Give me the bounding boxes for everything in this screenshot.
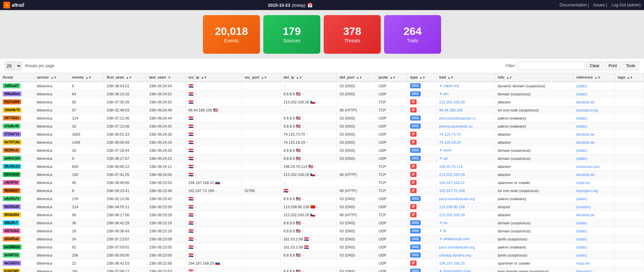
cell-reference[interactable]: blocklist.de	[573, 138, 615, 146]
dst-comment-icon[interactable]: ○	[289, 189, 292, 193]
threat-badge[interactable]: 6160748f	[3, 269, 20, 272]
cell-threat[interactable]: 5977432e	[0, 114, 34, 122]
dst-comment-icon[interactable]: ○	[314, 165, 317, 169]
cell-trail[interactable]: juice.losmibracala.org	[436, 243, 495, 251]
dst-comment-icon[interactable]: ○	[310, 245, 312, 249]
src-comment-icon[interactable]: ○	[195, 173, 197, 177]
events-card[interactable]: 20,018 Events	[203, 15, 260, 54]
dst-comment-icon[interactable]: ○	[302, 148, 304, 152]
threats-card[interactable]: 378 Threats	[324, 15, 381, 54]
threat-badge[interactable]: 5977432e	[3, 116, 21, 121]
src-comment-icon[interactable]: ○	[195, 148, 197, 152]
trails-card[interactable]: 264 Trails	[384, 15, 441, 54]
threat-badge[interactable]: 3ef40722	[3, 253, 20, 258]
dst-comment-icon[interactable]: ○	[302, 156, 304, 161]
cell-reference[interactable]: blocklist.de	[573, 98, 615, 106]
logout-link[interactable]: Log Out (admin)	[611, 3, 641, 7]
cell-reference[interactable]: blocklist.de	[573, 171, 615, 179]
cell-trail[interactable]: 213.202.100.28	[436, 98, 495, 106]
cell-trail[interactable]: 74.125.73.70	[436, 130, 495, 138]
cell-threat[interactable]: 6160748f	[0, 267, 34, 272]
src-comment-icon[interactable]: ○	[221, 261, 223, 265]
dst-comment-icon[interactable]: ○	[310, 237, 312, 241]
cell-trail[interactable]: 96.44.189.100	[436, 106, 495, 114]
cell-trail[interactable]: 113.108.80.138	[436, 203, 495, 211]
threat-badge[interactable]: ef1d6c40	[3, 124, 20, 129]
cell-reference[interactable]: (static)	[573, 251, 615, 259]
col-reference[interactable]: reference ▲▼	[573, 73, 615, 82]
cell-threat[interactable]: 0862ffc7	[0, 219, 34, 227]
threat-badge[interactable]: 9d2fb5d6	[3, 204, 21, 209]
dst-comment-icon[interactable]: ○	[283, 261, 286, 265]
col-last-seen[interactable]: last_seen ▼	[147, 73, 186, 82]
threat-badge[interactable]: 4a13d37e	[3, 261, 21, 266]
col-events[interactable]: events ▲▼	[69, 73, 104, 82]
cell-trail[interactable]: juice.losmibracala.org	[436, 195, 495, 203]
src-comment-icon[interactable]: ○	[195, 245, 197, 249]
col-trail[interactable]: trail ▲▼	[436, 73, 495, 82]
cell-reference[interactable]: (static)	[573, 227, 615, 235]
src-comment-icon[interactable]: ○	[195, 84, 197, 88]
dst-comment-icon[interactable]: ○	[302, 116, 304, 120]
cell-threat[interactable]: ab9eb1b0	[0, 154, 34, 163]
src-comment-icon[interactable]: ○	[195, 92, 197, 96]
cell-reference[interactable]: (static)	[573, 82, 615, 90]
src-comment-icon[interactable]: ○	[195, 100, 197, 104]
cell-reference[interactable]: (static)	[573, 243, 615, 251]
col-src-ip[interactable]: src_ip ▲▼	[185, 73, 242, 82]
cell-trail[interactable]: 74.125.18.29	[436, 138, 495, 146]
cell-trail[interactable]: 194.187.168.22	[436, 179, 495, 187]
issues-link[interactable]: Issues	[593, 3, 605, 7]
documentation-link[interactable]: Documentation	[559, 3, 587, 7]
threat-badge[interactable]: 0862ffc7	[3, 220, 19, 225]
threat-badge[interactable]: 43f7b3b2	[3, 228, 20, 233]
cell-threat[interactable]: 908a55bd	[0, 90, 34, 98]
dst-comment-icon[interactable]: ○	[302, 269, 304, 272]
cell-threat[interactable]: d504f5a6	[0, 235, 34, 243]
cell-reference[interactable]: (static)	[573, 195, 615, 203]
threat-badge[interactable]: 023cfdd9	[3, 172, 20, 177]
cell-trail[interactable]: peer.pickeklosarske.ru	[436, 114, 495, 122]
cell-reference[interactable]: myip.ms	[573, 259, 615, 267]
threat-badge[interactable]: 16b64b79	[3, 107, 21, 112]
cell-trail[interactable]: 213.202.100.28	[436, 171, 495, 179]
threat-badge[interactable]: a4e60a7e	[3, 196, 21, 201]
cell-threat[interactable]: eb3380cb	[0, 243, 34, 251]
threat-badge[interactable]: 85fdb08d	[3, 212, 21, 217]
dst-comment-icon[interactable]: ○	[306, 140, 308, 144]
cell-trail[interactable]: ☀.su	[436, 219, 495, 227]
src-comment-icon[interactable]: ○	[195, 213, 197, 217]
threat-badge[interactable]: ab9eb1b0	[3, 156, 21, 161]
cell-trail[interactable]: ☀.ga	[436, 154, 495, 163]
cell-threat[interactable]: 9d20fcdc	[0, 146, 34, 154]
threat-badge[interactable]: 1df01a07	[3, 83, 20, 88]
cell-reference[interactable]: (static)	[573, 122, 615, 130]
dst-comment-icon[interactable]: ○	[302, 92, 304, 96]
src-comment-icon[interactable]: ○	[195, 221, 197, 225]
src-comment-icon[interactable]: ○	[195, 116, 197, 120]
print-button[interactable]: Print	[605, 61, 621, 70]
cell-threat[interactable]: 5527c669	[0, 98, 34, 106]
cell-reference[interactable]: blocklist.de	[573, 130, 615, 138]
threat-badge[interactable]: f8b65b97	[3, 188, 20, 193]
threat-badge[interactable]: 28c56c2d	[3, 164, 21, 169]
cell-reference[interactable]: torproject.org	[573, 187, 615, 195]
dst-comment-icon[interactable]: ○	[283, 108, 286, 112]
threat-badge[interactable]: d504f5a6	[3, 236, 20, 241]
col-first-seen[interactable]: first_seen ▲▼	[104, 73, 147, 82]
cell-trail[interactable]: 213.202.100.28	[436, 211, 495, 219]
cell-threat[interactable]: 85fdb08d	[0, 211, 34, 219]
src-comment-icon[interactable]: ○	[219, 108, 221, 112]
cell-threat[interactable]: 2720d71e	[0, 130, 34, 138]
cell-reference[interactable]: (static)	[573, 219, 615, 227]
cell-trail[interactable]: jebena.ananikolic.su	[436, 122, 495, 130]
dst-comment-icon[interactable]: ○	[283, 84, 286, 88]
threat-badge[interactable]: c924f7bf	[3, 180, 20, 185]
src-comment-icon[interactable]: ○	[195, 205, 197, 209]
cell-trail[interactable]: ☀.tk	[436, 227, 495, 235]
threat-badge[interactable]: eb3380cb	[3, 244, 21, 250]
clear-button[interactable]: Clear	[586, 61, 603, 70]
dst-comment-icon[interactable]: ○	[302, 197, 304, 201]
cell-reference[interactable]: (static)	[573, 146, 615, 154]
cell-reference[interactable]: (static)	[573, 114, 615, 122]
